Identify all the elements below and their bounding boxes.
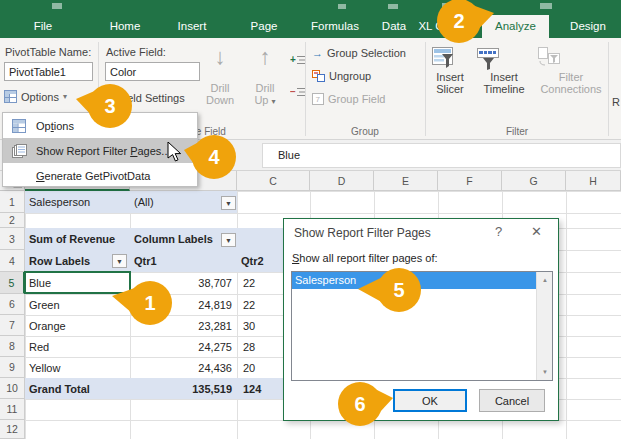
row-header-6[interactable]: 6 bbox=[0, 294, 25, 315]
menu-item-show-report-filter-pages[interactable]: Show Report Filter Pages... bbox=[3, 138, 197, 163]
quick-access-icon bbox=[388, 4, 398, 9]
collapse-field-icon[interactable]: − bbox=[290, 86, 305, 98]
row-header-9[interactable]: 9 bbox=[0, 357, 25, 378]
row-header-7[interactable]: 7 bbox=[0, 315, 25, 336]
filter-fields-listbox[interactable]: Salesperson ▲ ▼ bbox=[291, 271, 553, 381]
row-header-3[interactable]: 3 bbox=[0, 228, 25, 250]
insert-timeline-button[interactable]: Insert Timeline bbox=[475, 45, 533, 95]
active-field-input[interactable]: Color bbox=[105, 62, 200, 81]
group-field-icon: 7 bbox=[312, 93, 324, 105]
fill-handle[interactable] bbox=[127, 290, 132, 295]
dialog-instruction-label: Show all report filter pages of: bbox=[292, 252, 438, 264]
drill-up-button[interactable]: ↑ Drill Up ▾ bbox=[245, 46, 285, 106]
cell-A7[interactable]: Orange bbox=[25, 315, 130, 336]
gridline bbox=[25, 213, 621, 214]
drill-down-button[interactable]: ↓ Drill Down bbox=[200, 46, 240, 106]
row-header-4[interactable]: 4 bbox=[0, 250, 25, 272]
row-header-11[interactable]: 11 bbox=[0, 399, 25, 420]
scroll-up-icon[interactable]: ▲ bbox=[537, 272, 553, 288]
insert-slicer-icon bbox=[430, 45, 470, 71]
ungroup-button[interactable]: Ungroup bbox=[312, 70, 371, 82]
menu-item-options[interactable]: Options bbox=[3, 113, 197, 138]
column-header-G[interactable]: G bbox=[502, 171, 566, 191]
row-header-2[interactable]: 2 bbox=[0, 213, 25, 228]
cell-B8[interactable]: 24,275 bbox=[130, 336, 237, 357]
ok-button[interactable]: OK bbox=[393, 389, 467, 412]
tab-design[interactable]: Design bbox=[562, 15, 614, 38]
row-header-8[interactable]: 8 bbox=[0, 336, 25, 357]
row-labels-dropdown[interactable]: ▼ bbox=[112, 254, 127, 268]
field-settings-icon bbox=[100, 91, 114, 104]
options-dropdown-menu: Options Show Report Filter Pages... Gene… bbox=[2, 112, 198, 187]
cell-A9[interactable]: Yellow bbox=[25, 357, 130, 378]
active-cell-border bbox=[24, 271, 131, 294]
tab-data[interactable]: Data bbox=[376, 15, 412, 38]
title-and-tab-bar: File Home Insert Page Layout Formulas Da… bbox=[0, 0, 621, 38]
group-selection-button[interactable]: → Group Selection bbox=[312, 47, 406, 59]
cell-A10[interactable]: Grand Total bbox=[25, 378, 130, 399]
show-report-filter-pages-dialog: Show Report Filter Pages ? ✕ Show all re… bbox=[283, 218, 559, 421]
cell-B4[interactable]: Qtr1 bbox=[130, 250, 237, 272]
tab-analyze[interactable]: Analyze bbox=[482, 15, 549, 38]
field-settings-label: Field Settings bbox=[118, 92, 185, 104]
cell-B9[interactable]: 24,436 bbox=[130, 357, 237, 378]
chevron-down-icon: ▾ bbox=[63, 92, 67, 101]
group-field-button[interactable]: 7 Group Field bbox=[312, 93, 385, 105]
report-filter-pages-icon bbox=[11, 144, 27, 158]
cell-B5[interactable]: 38,707 bbox=[130, 272, 237, 294]
column-header-F[interactable]: F bbox=[438, 171, 502, 191]
cell-B7[interactable]: 23,281 bbox=[130, 315, 237, 336]
filter-connections-button[interactable]: Filter Connections bbox=[536, 45, 606, 95]
listbox-scrollbar[interactable]: ▲ ▼ bbox=[536, 272, 552, 380]
tab-formulas[interactable]: Formulas bbox=[306, 15, 364, 38]
listbox-item-salesperson[interactable]: Salesperson bbox=[292, 272, 537, 289]
group-selection-icon: → bbox=[312, 47, 323, 59]
filter-connections-icon bbox=[536, 45, 606, 71]
arrow-up-icon: ↑ bbox=[245, 46, 285, 68]
tab-xl-addin[interactable]: XL C bbox=[413, 15, 449, 38]
column-header-C[interactable]: C bbox=[237, 171, 310, 191]
row-header-10[interactable]: 10 bbox=[0, 378, 25, 399]
column-header-D[interactable]: D bbox=[310, 171, 374, 191]
formula-input[interactable]: Blue bbox=[262, 143, 621, 168]
tab-insert[interactable]: Insert bbox=[172, 15, 212, 38]
cell-B6[interactable]: 24,819 bbox=[130, 294, 237, 315]
close-icon[interactable]: ✕ bbox=[531, 224, 542, 239]
quick-access-icon bbox=[52, 3, 62, 9]
pivottable-name-input[interactable]: PivotTable1 bbox=[4, 62, 93, 81]
row-header-12[interactable]: 12 bbox=[0, 420, 25, 439]
tab-home[interactable]: Home bbox=[104, 15, 146, 38]
scroll-down-icon[interactable]: ▼ bbox=[537, 364, 553, 380]
arrow-down-icon: ↓ bbox=[200, 46, 240, 68]
column-header-E[interactable]: E bbox=[374, 171, 438, 191]
options-menu-button[interactable]: Options ▾ bbox=[4, 90, 67, 103]
menu-item-generate-getpivotdata[interactable]: Generate GetPivotData bbox=[3, 163, 197, 188]
cell-A6[interactable]: Green bbox=[25, 294, 130, 315]
expand-field-icon[interactable]: + bbox=[290, 54, 305, 66]
svg-text:7: 7 bbox=[316, 95, 321, 104]
cell-A8[interactable]: Red bbox=[25, 336, 130, 357]
insert-slicer-button[interactable]: Insert Slicer bbox=[430, 45, 470, 95]
help-icon[interactable]: ? bbox=[495, 224, 502, 239]
svg-text:−: − bbox=[290, 86, 296, 97]
column-header-H[interactable]: H bbox=[566, 171, 621, 191]
cell-A1[interactable]: Salesperson bbox=[25, 191, 130, 213]
tab-file[interactable]: File bbox=[26, 15, 60, 38]
column-labels-dropdown[interactable]: ▼ bbox=[221, 233, 236, 247]
cell-A3[interactable]: Sum of Revenue bbox=[25, 228, 130, 250]
tab-page-layout[interactable]: Page Layout bbox=[232, 15, 296, 38]
group-separator bbox=[305, 42, 306, 136]
group-group-label: Group bbox=[330, 126, 400, 137]
ungroup-icon bbox=[312, 70, 325, 82]
cell-B10[interactable]: 135,519 bbox=[130, 378, 237, 399]
field-settings-button[interactable]: Field Settings bbox=[100, 91, 185, 104]
options-button-label: Options bbox=[21, 91, 59, 103]
row-header-5[interactable]: 5 bbox=[0, 272, 25, 294]
cancel-button[interactable]: Cancel bbox=[479, 389, 545, 412]
refresh-partial-label: R bbox=[612, 96, 620, 108]
pivottable-name-label: PivotTable Name: bbox=[5, 46, 91, 58]
pivottable-options-icon bbox=[11, 119, 27, 133]
insert-timeline-icon bbox=[475, 45, 533, 71]
report-filter-dropdown[interactable]: ▼ bbox=[221, 196, 236, 210]
row-header-1[interactable]: 1 bbox=[0, 191, 25, 213]
